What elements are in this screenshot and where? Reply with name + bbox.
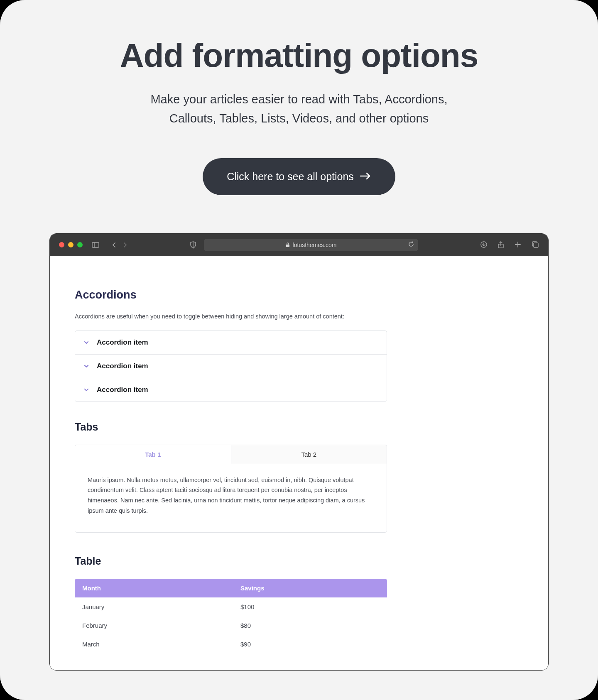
tabs-heading: Tabs [75,421,523,433]
svg-rect-1 [92,242,99,247]
browser-toolbar: lotusthemes.com [50,234,548,256]
data-table: Month Savings January $100 February $80 … [75,579,387,653]
maximize-window-icon[interactable] [77,242,83,247]
hero-subtitle: Make your articles easier to read with T… [129,90,469,128]
address-bar[interactable]: lotusthemes.com [204,239,418,251]
tabs-container: Tab 1 Tab 2 Mauris ipsum. Nulla metus me… [75,445,387,533]
chevron-down-icon [83,340,89,345]
arrow-right-icon [360,171,371,183]
tab-1[interactable]: Tab 1 [75,445,231,464]
accordion-item-label: Accordion item [97,386,148,394]
accordion-item[interactable]: Accordion item [75,354,387,378]
downloads-icon[interactable] [480,241,487,249]
table-header-row: Month Savings [75,579,387,597]
minimize-window-icon[interactable] [68,242,74,247]
table-cell: $100 [233,597,387,616]
table-header-month: Month [75,579,233,597]
svg-rect-11 [534,243,538,247]
reload-icon[interactable] [408,241,414,248]
cta-label: Click here to see all options [227,171,354,183]
table-row: February $80 [75,616,387,635]
cta-see-all-options[interactable]: Click here to see all options [203,158,395,195]
accordion-item-label: Accordion item [97,362,148,370]
close-window-icon[interactable] [59,242,64,247]
table-cell: $80 [233,616,387,635]
table-cell: March [75,635,233,653]
window-controls [59,242,83,247]
chevron-down-icon [83,364,89,368]
accordion-item[interactable]: Accordion item [75,378,387,401]
table-heading: Table [75,555,523,567]
accordion-item[interactable]: Accordion item [75,331,387,354]
accordion-item-label: Accordion item [97,338,148,347]
table-row: March $90 [75,635,387,653]
forward-button-icon[interactable] [123,242,127,248]
tab-headers: Tab 1 Tab 2 [75,445,387,464]
back-button-icon[interactable] [112,242,116,248]
table-row: January $100 [75,597,387,616]
tabs-overview-icon[interactable] [532,241,539,249]
address-bar-url: lotusthemes.com [293,242,337,248]
chevron-down-icon [83,388,89,392]
table-header-savings: Savings [233,579,387,597]
browser-window: lotusthemes.com A [49,233,549,671]
share-icon[interactable] [498,241,504,249]
accordion-list: Accordion item Accordion item Accordion … [75,330,387,402]
tab-content: Mauris ipsum. Nulla metus metus, ullamco… [75,464,387,533]
table-cell: February [75,616,233,635]
svg-rect-4 [286,245,289,247]
new-tab-icon[interactable] [515,241,521,249]
accordions-description: Accordions are useful when you need to t… [75,313,523,320]
table-cell: January [75,597,233,616]
hero-title: Add formatting options [0,37,598,75]
accordions-heading: Accordions [75,289,523,301]
tab-2[interactable]: Tab 2 [231,445,387,464]
page-content: Accordions Accordions are useful when yo… [50,256,548,671]
lock-icon [286,242,290,247]
privacy-shield-icon[interactable] [190,241,196,249]
sidebar-toggle-icon[interactable] [92,242,99,248]
table-cell: $90 [233,635,387,653]
